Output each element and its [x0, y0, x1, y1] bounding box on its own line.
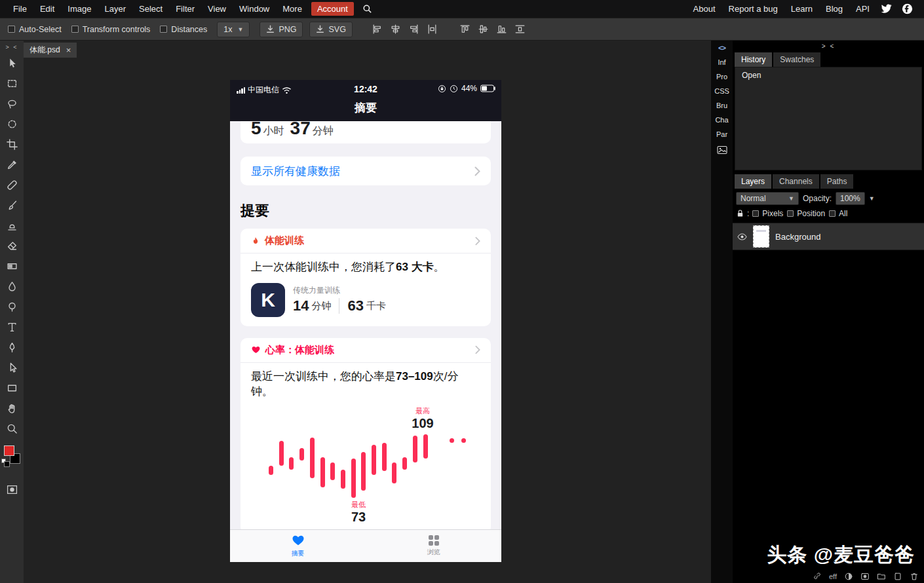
opacity-slider-icon[interactable]: ▼ — [869, 195, 875, 202]
healing-brush-tool[interactable] — [1, 175, 22, 195]
close-tab-icon[interactable]: × — [66, 45, 71, 55]
pen-tool[interactable] — [1, 337, 22, 358]
lock-pixels[interactable]: Pixels — [752, 209, 783, 218]
canvas-area[interactable]: 体能.psd × 中国电信 12:42 44% 摘要 5 — [24, 41, 711, 583]
layers-tab-channels[interactable]: Channels — [773, 174, 819, 189]
move-tool[interactable] — [1, 53, 22, 73]
mask-icon[interactable] — [860, 572, 870, 581]
menu-image[interactable]: Image — [61, 1, 98, 17]
panel-tab-cha[interactable]: Cha — [715, 116, 728, 124]
menu-api[interactable]: API — [849, 1, 876, 17]
menu-select[interactable]: Select — [132, 1, 169, 17]
lasso-tool[interactable] — [1, 94, 22, 114]
zoom-tool[interactable] — [1, 419, 22, 439]
phone-screenshot-document[interactable]: 中国电信 12:42 44% 摘要 5 小时 37 分钟 — [230, 80, 501, 562]
facebook-icon[interactable] — [897, 3, 917, 14]
effects-icon[interactable]: eff — [829, 573, 837, 580]
panel-tab-bru[interactable]: Bru — [716, 102, 727, 109]
history-tab-history[interactable]: History — [735, 52, 772, 67]
menu-more[interactable]: More — [276, 1, 309, 17]
lock-position[interactable]: Position — [787, 209, 825, 218]
menu-report-a-bug[interactable]: Report a bug — [722, 1, 784, 17]
layer-row[interactable]: Background — [733, 223, 924, 250]
menu-file[interactable]: File — [7, 1, 33, 17]
dodge-tool[interactable] — [1, 297, 22, 317]
align-center-h-icon[interactable] — [390, 24, 401, 35]
marquee-select-tool[interactable] — [1, 73, 22, 94]
quick-mask-icon[interactable] — [1, 480, 22, 500]
object-select-tool[interactable] — [1, 114, 22, 134]
clone-stamp-tool[interactable] — [1, 216, 22, 236]
panel-tab-inf[interactable]: Inf — [718, 58, 725, 66]
layers-tab-layers[interactable]: Layers — [735, 174, 771, 189]
zoom-select[interactable]: 1x▼ — [217, 22, 250, 37]
export-svg-button[interactable]: SVG — [309, 22, 352, 37]
checkbox-auto-select[interactable]: Auto-Select — [8, 25, 62, 34]
checkbox-box[interactable] — [8, 26, 15, 33]
menu-edit[interactable]: Edit — [33, 1, 61, 17]
link-icon[interactable] — [813, 572, 822, 581]
delete-icon[interactable] — [910, 572, 919, 581]
checkbox-box[interactable] — [787, 210, 794, 217]
align-bottom-icon[interactable] — [496, 24, 507, 35]
blend-mode-select[interactable]: Normal▼ — [736, 192, 799, 205]
checkbox-box[interactable] — [829, 210, 836, 217]
distribute-h-icon[interactable] — [427, 24, 438, 35]
lock-all[interactable]: All — [829, 209, 847, 218]
type-tool[interactable] — [1, 317, 22, 337]
checkbox-box[interactable] — [160, 26, 167, 33]
menu-blog[interactable]: Blog — [819, 1, 849, 17]
crop-tool[interactable] — [1, 134, 22, 155]
menu-filter[interactable]: Filter — [169, 1, 201, 17]
align-top-icon[interactable] — [459, 24, 471, 35]
image-panel-icon[interactable] — [716, 145, 728, 155]
menu-layer[interactable]: Layer — [98, 1, 133, 17]
distribute-v-icon[interactable] — [514, 24, 526, 35]
code-panel-tab[interactable]: <> — [718, 44, 725, 52]
exercise-duration-card: 5 小时 37 分钟 — [241, 121, 491, 143]
collapse-left-panel[interactable]: > < — [5, 43, 18, 53]
align-left-icon[interactable] — [372, 24, 383, 35]
default-colors-icon[interactable] — [1, 459, 6, 463]
layer-thumbnail[interactable] — [753, 225, 769, 248]
visibility-eye-icon[interactable] — [737, 232, 747, 242]
eyedropper-tool[interactable] — [1, 155, 22, 175]
menu-learn[interactable]: Learn — [784, 1, 819, 17]
opacity-value[interactable]: 100% — [836, 192, 865, 205]
folder-icon[interactable] — [877, 572, 886, 581]
foreground-color-swatch[interactable] — [4, 445, 14, 456]
adjustment-icon[interactable] — [844, 572, 853, 581]
new-layer-icon[interactable] — [893, 572, 902, 581]
checkbox-box[interactable] — [752, 210, 759, 217]
checkbox-box[interactable] — [71, 26, 79, 33]
panel-tab-css[interactable]: CSS — [714, 87, 729, 95]
twitter-icon[interactable] — [876, 4, 897, 14]
search-icon[interactable] — [358, 4, 377, 14]
export-png-button[interactable]: PNG — [260, 22, 303, 37]
menu-window[interactable]: Window — [233, 1, 276, 17]
panel-tab-par[interactable]: Par — [716, 130, 727, 138]
heart-rate-bar — [413, 436, 417, 462]
align-right-icon[interactable] — [408, 24, 419, 35]
menu-about[interactable]: About — [687, 1, 722, 17]
checkbox-distances[interactable]: Distances — [160, 25, 207, 34]
gradient-tool[interactable] — [1, 256, 22, 276]
history-tab-swatches[interactable]: Swatches — [773, 52, 820, 67]
path-select-tool[interactable] — [1, 358, 22, 378]
history-item[interactable]: Open — [735, 67, 921, 83]
document-tab[interactable]: 体能.psd × — [24, 43, 77, 58]
blur-tool[interactable] — [1, 276, 22, 297]
account-button[interactable]: Account — [311, 2, 354, 16]
layers-tab-paths[interactable]: Paths — [820, 174, 854, 189]
align-middle-icon[interactable] — [478, 24, 489, 35]
menu-view[interactable]: View — [201, 1, 233, 17]
heart-rate-bar — [402, 457, 407, 470]
brush-tool[interactable] — [1, 195, 22, 216]
collapse-right-panel[interactable]: > < — [733, 41, 924, 52]
hand-tool[interactable] — [1, 398, 22, 419]
checkbox-transform-controls[interactable]: Transform controls — [71, 25, 151, 34]
panel-tab-pro[interactable]: Pro — [716, 73, 727, 81]
shape-tool[interactable] — [1, 378, 22, 398]
marquee-select-tool-icon — [7, 78, 18, 89]
eraser-tool[interactable] — [1, 236, 22, 256]
